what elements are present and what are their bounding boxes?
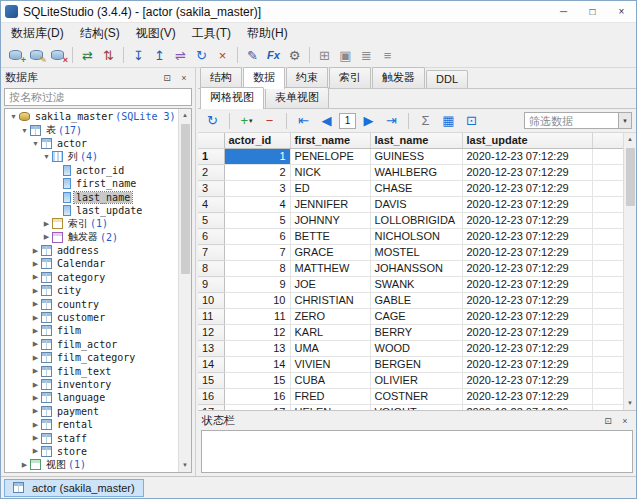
tree-item-table-city[interactable]: ▶city (5, 284, 178, 297)
tree-item-table-film_actor[interactable]: ▶film_actor (5, 338, 178, 351)
subtab-grid-view[interactable]: 网格视图 (200, 87, 264, 109)
panel-float-icon[interactable]: ⊡ (160, 71, 174, 85)
close-button[interactable]: × (607, 1, 636, 22)
data-cell[interactable]: 13 (224, 341, 290, 357)
data-cell[interactable]: 7 (224, 245, 290, 261)
expander-closed-icon[interactable]: ▶ (30, 354, 41, 362)
data-cell[interactable]: GUINESS (370, 149, 462, 165)
row-number-cell[interactable]: 12 (198, 325, 224, 341)
tree-item-table-film[interactable]: ▶film (5, 324, 178, 337)
data-cell[interactable]: JENNIFER (290, 197, 370, 213)
menu-view[interactable]: 视图(V) (128, 23, 184, 44)
panel-close-icon[interactable]: × (618, 414, 632, 428)
data-cell[interactable]: ZERO (290, 309, 370, 325)
panel-float-icon[interactable]: ⊡ (601, 414, 615, 428)
tree-item-triggers-folder[interactable]: ▶触发器(2) (5, 231, 178, 244)
expander-open-icon[interactable]: ▼ (41, 153, 52, 160)
expander-closed-icon[interactable]: ▶ (30, 394, 41, 402)
expander-closed-icon[interactable]: ▶ (30, 273, 41, 281)
data-cell[interactable]: OLIVIER (370, 373, 462, 389)
data-cell[interactable]: BERRY (370, 325, 462, 341)
minimize-button[interactable]: ─ (549, 1, 578, 22)
column-header-actor_id[interactable]: actor_id (224, 133, 290, 149)
tree-filter-input[interactable] (4, 88, 192, 106)
data-cell[interactable]: 2020-12-23 07:12:29 (462, 149, 592, 165)
tab-indexes[interactable]: 索引 (329, 67, 371, 88)
data-cell[interactable]: KARL (290, 325, 370, 341)
data-cell[interactable]: 2020-12-23 07:12:29 (462, 245, 592, 261)
next-page-icon[interactable]: ▶ (358, 110, 379, 131)
panel-close-icon[interactable]: × (177, 71, 191, 85)
expander-closed-icon[interactable]: ▶ (19, 461, 30, 469)
expander-closed-icon[interactable]: ▶ (30, 340, 41, 348)
refresh-data-icon[interactable]: ↻ (202, 110, 223, 131)
function-editor-icon[interactable]: Fx (263, 45, 284, 66)
tree-item-column-last_update[interactable]: last_update (5, 204, 178, 217)
task-actor[interactable]: actor (sakila_master) (4, 479, 144, 497)
window-menu-icon[interactable]: ≡ (377, 45, 398, 66)
expander-closed-icon[interactable]: ▶ (30, 434, 41, 442)
total-rows-icon[interactable]: Σ (415, 110, 436, 131)
data-cell[interactable]: SWANK (370, 277, 462, 293)
tab-structure[interactable]: 结构 (200, 67, 242, 88)
add-database-icon[interactable]: + (5, 45, 26, 66)
prev-page-icon[interactable]: ◀ (316, 110, 337, 131)
first-page-icon[interactable]: ⇤ (293, 110, 314, 131)
config-wrench-icon[interactable]: ⚙ (284, 45, 305, 66)
data-cell[interactable]: 2020-12-23 07:12:29 (462, 373, 592, 389)
data-cell[interactable]: 12 (224, 325, 290, 341)
data-cell[interactable]: CAGE (370, 309, 462, 325)
expander-closed-icon[interactable]: ▶ (30, 381, 41, 389)
data-cell[interactable]: CHRISTIAN (290, 293, 370, 309)
menu-structure[interactable]: 结构(S) (72, 23, 128, 44)
data-cell[interactable]: 4 (224, 197, 290, 213)
tree-item-table-staff[interactable]: ▶staff (5, 431, 178, 444)
menu-help[interactable]: 帮助(H) (239, 23, 296, 44)
tree-item-views-folder[interactable]: ▶视图(1) (5, 458, 178, 471)
data-cell[interactable]: 2020-12-23 07:12:29 (462, 197, 592, 213)
scroll-down-icon[interactable]: ▼ (179, 459, 191, 472)
tree-item-tables-folder[interactable]: ▼表(17) (5, 123, 178, 136)
tree-item-table-store[interactable]: ▶store (5, 445, 178, 458)
column-header-last_update[interactable]: last_update (462, 133, 592, 149)
data-cell[interactable]: 5 (224, 213, 290, 229)
data-cell[interactable]: UMA (290, 341, 370, 357)
delete-row-icon[interactable]: − (259, 110, 280, 131)
column-header-last_name[interactable]: last_name (370, 133, 462, 149)
expander-closed-icon[interactable]: ▶ (30, 287, 41, 295)
scroll-up-icon[interactable]: ▲ (624, 133, 636, 146)
tab-data[interactable]: 数据 (243, 67, 285, 89)
tree-item-sakila_master[interactable]: ▼sakila_master(SQLite 3) (5, 110, 178, 123)
row-number-cell[interactable]: 2 (198, 165, 224, 181)
expander-closed-icon[interactable]: ▶ (30, 247, 41, 255)
tab-constraints[interactable]: 约束 (286, 67, 328, 88)
tree-item-column-first_name[interactable]: first_name (5, 177, 178, 190)
data-cell[interactable]: CUBA (290, 373, 370, 389)
insert-row-icon[interactable]: +▾ (236, 110, 257, 131)
row-number-cell[interactable]: 8 (198, 261, 224, 277)
expander-closed-icon[interactable]: ▶ (30, 407, 41, 415)
row-number-cell[interactable]: 3 (198, 181, 224, 197)
data-cell[interactable]: NICHOLSON (370, 229, 462, 245)
tree-item-table-country[interactable]: ▶country (5, 297, 178, 310)
tree-item-columns-folder[interactable]: ▼列(4) (5, 150, 178, 163)
data-cell[interactable]: ED (290, 181, 370, 197)
tab-ddl[interactable]: DDL (426, 70, 468, 88)
expander-closed-icon[interactable]: ▶ (30, 447, 41, 455)
cascade-windows-icon[interactable]: ▣ (335, 45, 356, 66)
row-number-cell[interactable]: 6 (198, 229, 224, 245)
menu-database[interactable]: 数据库(D) (3, 23, 72, 44)
data-cell[interactable]: 1 (224, 149, 290, 165)
data-cell[interactable]: BERGEN (370, 357, 462, 373)
edit-database-icon[interactable]: ✎ (26, 45, 47, 66)
connect-database-icon[interactable]: ⇄ (77, 45, 98, 66)
tree-item-table-film_text[interactable]: ▶film_text (5, 364, 178, 377)
row-number-cell[interactable]: 11 (198, 309, 224, 325)
data-cell[interactable]: PENELOPE (290, 149, 370, 165)
row-number-cell[interactable]: 7 (198, 245, 224, 261)
expander-open-icon[interactable]: ▼ (19, 127, 30, 134)
data-cell[interactable]: 2020-12-23 07:12:29 (462, 181, 592, 197)
tree-item-table-category[interactable]: ▶category (5, 271, 178, 284)
data-cell[interactable]: MOSTEL (370, 245, 462, 261)
row-number-cell[interactable]: 9 (198, 277, 224, 293)
